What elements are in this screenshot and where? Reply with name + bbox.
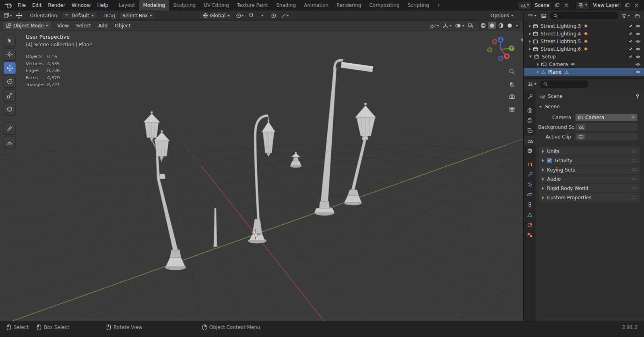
tab-scripting[interactable]: Scripting [404,0,433,10]
rotate-tool[interactable] [4,76,16,88]
snap-settings-dropdown[interactable] [258,12,267,20]
scene-name[interactable]: Scene [532,2,553,8]
menu-select[interactable]: Select [73,21,94,31]
drag-handle-icon[interactable] [632,159,637,162]
drag-handle-icon[interactable] [632,186,637,190]
hide-eye-icon[interactable] [635,70,641,74]
ortho-toggle-button[interactable] [507,104,517,114]
outliner-editor-selector[interactable] [526,12,538,20]
outliner-row-street-lighting-6[interactable]: Street.Lighting.6 [524,45,644,53]
expand-icon[interactable] [529,25,531,28]
menu-edit[interactable]: Edit [29,0,45,10]
menu-file[interactable]: File [14,0,29,10]
tab-physics[interactable] [524,190,536,200]
camera-field[interactable]: Camera [575,114,638,121]
camera-view-button[interactable] [507,91,517,102]
remove-view-layer-button[interactable] [632,2,640,9]
menu-render[interactable]: Render [45,0,68,10]
expand-icon[interactable] [537,70,539,74]
new-collection-button[interactable] [633,12,641,20]
drag-handle-icon[interactable] [632,149,637,153]
browse-scene-button[interactable] [576,124,585,130]
viewport-3d[interactable]: Object Mode View Select Add Object [0,21,523,321]
properties-editor-selector[interactable] [526,81,538,88]
axis-neg-z-handle[interactable] [499,56,503,61]
drag-dropdown[interactable]: Select Box [119,12,155,20]
navigation-gizmo[interactable]: Z Y X [487,34,515,62]
gizmos-dropdown[interactable] [441,22,453,29]
outliner-row-street-lighting-3[interactable]: Street.Lighting.3 [524,22,644,30]
mode-dropdown[interactable]: Object Mode [3,22,51,29]
exclude-checkbox[interactable] [628,24,633,29]
blender-logo-icon[interactable] [4,2,12,8]
tab-uv-editing[interactable]: UV Editing [200,0,233,10]
menu-window[interactable]: Window [68,0,94,10]
panel-units[interactable]: Units [539,147,640,155]
hide-eye-icon[interactable] [635,62,641,66]
tab-modeling[interactable]: Modeling [139,0,169,10]
scene-section-header[interactable]: Scene [538,103,642,114]
view-layer-browse-button[interactable] [576,2,590,9]
expand-icon[interactable] [529,48,531,51]
tab-rendering[interactable]: Rendering [332,0,365,10]
pin-icon[interactable] [635,94,640,99]
unlink-scene-button[interactable] [562,2,570,9]
outliner-search-input[interactable] [550,12,618,19]
sidebar-toggle[interactable] [520,38,523,42]
tab-compositing[interactable]: Compositing [365,0,403,10]
tab-object-data[interactable] [524,210,536,220]
new-view-layer-button[interactable] [623,2,632,9]
menu-help[interactable]: Help [94,0,111,10]
tab-object[interactable] [524,159,536,170]
axis-neg-x-handle[interactable] [493,39,497,44]
shading-solid-button[interactable] [488,22,496,29]
panel-audio[interactable]: Audio [539,175,640,183]
tab-texture[interactable] [524,230,536,240]
shading-rendered-button[interactable] [506,22,514,29]
pivot-point-dropdown[interactable] [235,12,244,20]
exclude-checkbox[interactable] [628,54,633,59]
xray-toggle[interactable] [466,22,475,29]
shading-material-button[interactable] [497,22,505,29]
add-workspace-button[interactable]: + [433,0,444,10]
tab-world[interactable] [524,146,536,156]
tab-view-layer[interactable] [524,126,536,136]
outliner-row-street-lighting-4[interactable]: Street.Lighting.4 [524,30,644,37]
chevron-down-icon[interactable] [516,25,518,27]
outliner-row-plane[interactable]: Plane [524,68,644,76]
hide-eye-icon[interactable] [635,24,641,28]
expand-icon[interactable] [529,40,531,43]
tab-layout[interactable]: Layout [115,0,139,10]
collapse-icon[interactable] [529,56,532,58]
cursor-tool[interactable] [4,48,16,60]
new-scene-button[interactable] [553,2,562,9]
orientation-dropdown[interactable]: Default [61,12,97,20]
transform-orientation-dropdown[interactable]: Global [200,12,233,20]
gravity-checkbox[interactable] [547,158,552,163]
transform-tool[interactable] [4,103,16,115]
active-tool-indicator[interactable] [14,12,23,20]
hide-eye-icon[interactable] [635,39,641,43]
panel-keying-sets[interactable]: Keying Sets [539,165,640,174]
select-box-tool[interactable] [4,35,16,47]
snap-toggle[interactable] [247,12,256,20]
annotate-tool[interactable] [4,122,16,134]
exclude-checkbox[interactable] [628,31,633,36]
active-clip-field[interactable] [575,133,638,141]
menu-view[interactable]: View [54,21,72,31]
proportional-editing-toggle[interactable] [269,12,278,20]
tab-material[interactable] [524,220,536,230]
shading-wireframe-button[interactable] [479,22,487,29]
expand-icon[interactable] [537,63,539,66]
small-pole[interactable] [213,208,218,247]
tab-sculpting[interactable]: Sculpting [169,0,200,10]
scale-tool[interactable] [4,89,16,101]
scene-browse-button[interactable] [518,2,532,9]
overlays-dropdown[interactable] [454,22,466,29]
tab-tool[interactable] [524,92,536,102]
outliner-row-street-lighting-5[interactable]: Street.Lighting.5 [524,37,644,45]
hide-eye-icon[interactable] [635,47,641,51]
menu-object[interactable]: Object [111,21,134,31]
hide-eye-icon[interactable] [635,55,641,59]
scene-canvas[interactable] [0,31,523,321]
